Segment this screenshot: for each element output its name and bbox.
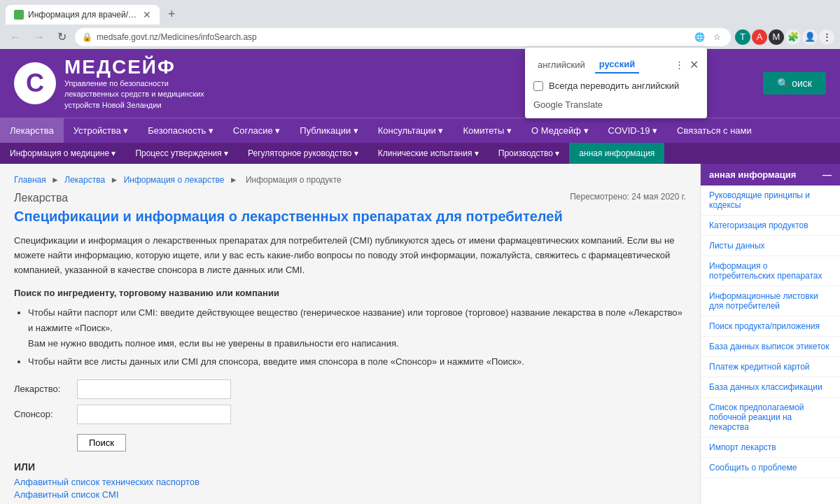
sidebar-link-product-search[interactable]: Поиск продукта/приложения: [701, 316, 840, 337]
google-translate-brand: Google Translate: [533, 99, 699, 110]
sidebar-link-report-problem[interactable]: Сообщить о проблеме: [701, 458, 840, 478]
page-heading: Спецификации и информация о лекарственны…: [14, 207, 686, 225]
nav-committees[interactable]: Комитеты ▾: [453, 118, 522, 143]
breadcrumb-sep1: ►: [51, 175, 62, 185]
or-section: ИЛИ Алфавитный список технических паспор…: [14, 461, 686, 504]
nav-safety[interactable]: Безопасность ▾: [138, 118, 223, 143]
sidebar-close-button[interactable]: —: [822, 169, 832, 180]
subnav-production[interactable]: Производство ▾: [489, 143, 570, 164]
address-bar-row: ← → ↻ 🔒 medsafe.govt.nz/Medicines/infoSe…: [0, 24, 840, 49]
sidebar-link-credit-card[interactable]: Платеж кредитной картой: [701, 357, 840, 377]
forward-button[interactable]: →: [29, 28, 49, 46]
revised-date: Пересмотрено: 24 мая 2020 г.: [570, 192, 686, 204]
sidebar-link-adverse-reactions[interactable]: Список предполагаемой побочной реакции н…: [701, 398, 840, 438]
sidebar-link-label-db[interactable]: База данных выписок этикеток: [701, 337, 840, 357]
nav-publications[interactable]: Публикации ▾: [290, 118, 368, 143]
lang-english-option[interactable]: английский: [533, 57, 589, 73]
sidebar-link-categorization[interactable]: Категоризация продуктов: [701, 216, 840, 236]
sidebar-link-consumer-info[interactable]: Информация о потребительских препаратах: [701, 256, 840, 286]
nav-medicines[interactable]: Лекарства: [0, 118, 64, 143]
description-text: Спецификации и информация о лекарственны…: [14, 234, 686, 277]
always-translate-checkbox[interactable]: [533, 81, 543, 91]
search-section: Поиск по ингредиенту, торговому названию…: [14, 288, 686, 370]
website-container: C МЕДСЕЙФ Управление по безопасности лек…: [0, 49, 840, 504]
breadcrumb-medicine-info[interactable]: Информация о лекарстве: [124, 175, 225, 185]
address-bar[interactable]: 🔒 medsafe.govt.nz/Medicines/infoSearch.a…: [75, 28, 731, 46]
sidebar-title: анная информация: [709, 169, 796, 180]
link-alphabetical-specs[interactable]: Алфавитный список технических паспортов: [14, 477, 686, 487]
instructions-list: Чтобы найти паспорт или CMI: введите дей…: [14, 305, 686, 370]
extension-dark-icon[interactable]: M: [769, 29, 784, 45]
sidebar-link-datasheets[interactable]: Листы данных: [701, 236, 840, 256]
breadcrumb: Главная ► Лекарства ► Информация о лекар…: [14, 175, 686, 185]
header-search-button[interactable]: 🔍 оиск: [763, 72, 826, 94]
breadcrumb-current: Информация о продукте: [246, 175, 342, 185]
logo-text: МЕДСЕЙФ Управление по безопасности лекар…: [64, 56, 218, 111]
site-subtitle: Управление по безопасности лекарственных…: [64, 78, 218, 111]
medicine-input[interactable]: [77, 379, 231, 399]
sponsor-input[interactable]: [77, 405, 231, 424]
refresh-button[interactable]: ↻: [53, 27, 71, 46]
medicine-label: Лекарство:: [14, 384, 77, 394]
nav-contact[interactable]: Связаться с нами: [667, 118, 762, 143]
tab-favicon: [14, 10, 24, 20]
content-area: Главная ► Лекарства ► Информация о лекар…: [0, 164, 840, 504]
profile-icon[interactable]: 👤: [802, 29, 818, 45]
site-header: C МЕДСЕЙФ Управление по безопасности лек…: [0, 49, 840, 118]
tab-close-button[interactable]: ✕: [143, 9, 151, 20]
always-translate-row: Всегда переводить английский: [533, 80, 699, 91]
sidebar-header: анная информация —: [701, 164, 840, 186]
nav-devices[interactable]: Устройства ▾: [64, 118, 139, 143]
extension-red-icon[interactable]: A: [752, 29, 767, 45]
translate-more-button[interactable]: ⋮: [675, 59, 684, 70]
tab-bar: Информация для врачей/пот... ✕ +: [0, 0, 840, 24]
logo-letter: C: [26, 69, 44, 98]
link-alphabetical-cmi[interactable]: Алфавитный список CMI: [14, 489, 686, 500]
logo-circle: C: [14, 62, 56, 104]
breadcrumb-sep2: ►: [110, 175, 120, 185]
breadcrumb-medicines[interactable]: Лекарства: [64, 175, 105, 185]
logo-area: C МЕДСЕЙФ Управление по безопасности лек…: [14, 56, 218, 111]
subnav-data-info[interactable]: анная информация: [569, 143, 664, 164]
sidebar-link-classification-db[interactable]: База данных классификации: [701, 377, 840, 398]
sub-nav: Информация о медицине ▾ Процесс утвержде…: [0, 143, 840, 164]
url-text: medsafe.govt.nz/Medicines/infoSearch.asp: [97, 32, 687, 42]
address-icons: 🌐 ☆: [692, 31, 724, 43]
menu-icon[interactable]: ⋮: [819, 29, 834, 45]
medicine-row: Лекарство:: [14, 379, 686, 399]
links-list: Алфавитный список технических паспортов …: [14, 477, 686, 504]
search-heading: Поиск по ингредиенту, торговому названию…: [14, 288, 686, 298]
back-button[interactable]: ←: [6, 28, 25, 46]
nav-covid[interactable]: COVID-19 ▾: [598, 118, 668, 143]
nav-consent[interactable]: Согласие ▾: [223, 118, 290, 143]
sidebar-link-import[interactable]: Импорт лекарств: [701, 438, 840, 458]
subnav-medicine-info[interactable]: Информация о медицине ▾: [0, 143, 125, 164]
active-tab[interactable]: Информация для врачей/пот... ✕: [6, 5, 160, 24]
translate-header: английский русский ⋮ ✕: [533, 56, 699, 74]
sidebar-link-guidelines[interactable]: Руководящие принципы и кодексы: [701, 186, 840, 216]
bookmark-icon[interactable]: ☆: [710, 31, 724, 43]
instruction-1a: Чтобы найти паспорт или CMI: введите дей…: [28, 307, 682, 333]
subnav-trials[interactable]: Клинические испытания ▾: [368, 143, 489, 164]
section-label: Лекарства: [14, 192, 68, 204]
nav-consultations[interactable]: Консультации ▾: [368, 118, 454, 143]
subnav-regulatory[interactable]: Регуляторное руководство ▾: [238, 143, 368, 164]
puzzle-icon[interactable]: 🧩: [785, 29, 801, 45]
instruction-2: Чтобы найти все листы данных или CMI для…: [28, 354, 686, 370]
subnav-approval[interactable]: Процесс утверждения ▾: [125, 143, 238, 164]
new-tab-button[interactable]: +: [162, 4, 181, 24]
search-button[interactable]: Поиск: [77, 434, 126, 451]
translate-close-button[interactable]: ✕: [690, 58, 699, 71]
nav-about[interactable]: О Медсейф ▾: [522, 118, 598, 143]
breadcrumb-sep3: ►: [230, 175, 240, 185]
breadcrumb-home[interactable]: Главная: [14, 175, 46, 185]
extension-teal-icon[interactable]: T: [735, 29, 750, 45]
lang-russian-option[interactable]: русский: [595, 56, 640, 74]
search-form: Лекарство: Спонсор: Поиск: [14, 379, 686, 451]
translate-icon[interactable]: 🌐: [692, 31, 708, 43]
lock-icon: 🔒: [82, 32, 92, 42]
sponsor-row: Спонсор:: [14, 405, 686, 424]
sponsor-label: Спонсор:: [14, 409, 77, 419]
sidebar-link-leaflets[interactable]: Информационные листовки для потребителей: [701, 286, 840, 316]
section-title-row: Лекарства Пересмотрено: 24 мая 2020 г.: [14, 192, 686, 204]
